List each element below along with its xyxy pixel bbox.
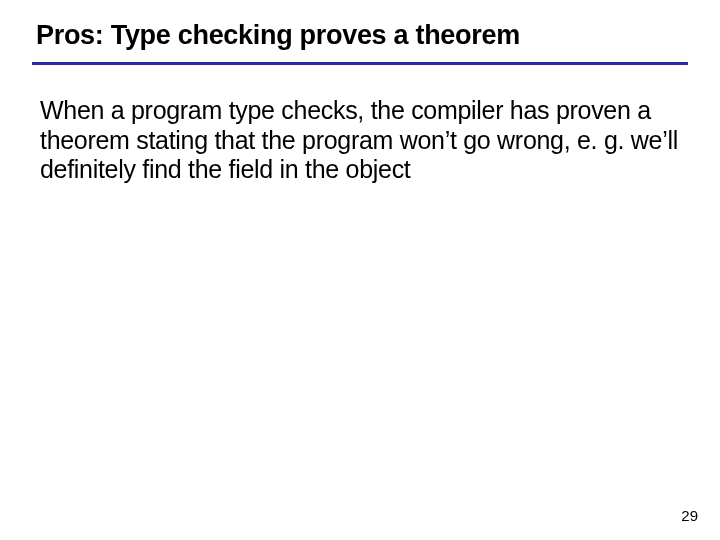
slide-body-text: When a program type checks, the compiler… xyxy=(40,96,680,185)
page-number: 29 xyxy=(681,507,698,524)
slide: Pros: Type checking proves a theorem Whe… xyxy=(0,0,720,540)
title-underline xyxy=(32,62,688,65)
slide-title: Pros: Type checking proves a theorem xyxy=(36,20,684,51)
